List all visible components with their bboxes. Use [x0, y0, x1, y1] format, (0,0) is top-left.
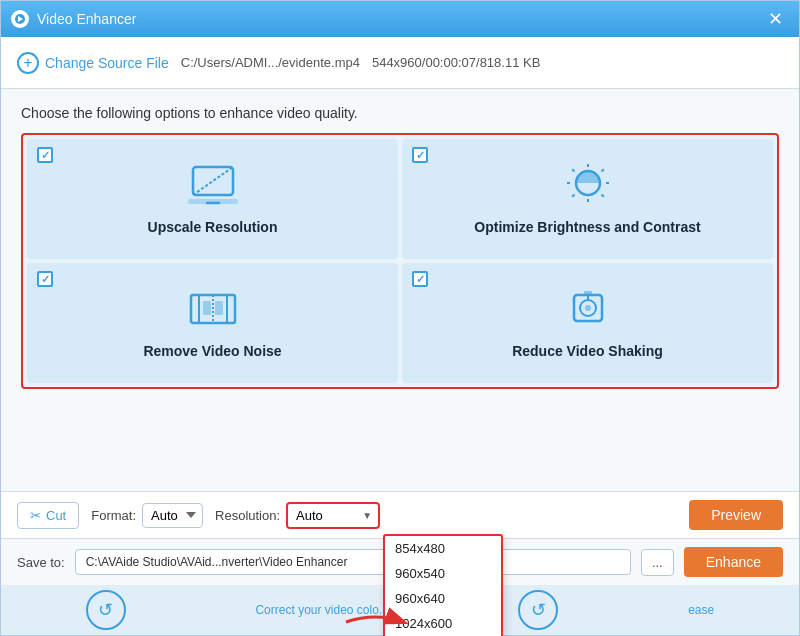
option-upscale: Upscale Resolution [27, 139, 398, 259]
source-bar: + Change Source File C:/Users/ADMI.../ev… [1, 37, 799, 89]
close-button[interactable]: ✕ [762, 6, 789, 32]
resolution-group: Resolution: Auto ▼ [215, 502, 380, 529]
upscale-checkbox[interactable] [37, 147, 53, 163]
dropdown-item-0[interactable]: 854x480 [385, 536, 501, 561]
app-icon [11, 10, 29, 28]
change-source-button[interactable]: + Change Source File [17, 52, 169, 74]
enhance-button[interactable]: Enhance [684, 547, 783, 577]
brightness-icon [562, 163, 614, 209]
content-area: Choose the following options to enhance … [1, 89, 799, 491]
cut-label: Cut [46, 508, 66, 523]
option-brightness: Optimize Brightness and Contrast [402, 139, 773, 259]
instruction-text: Choose the following options to enhance … [21, 105, 779, 121]
upscale-icon [187, 163, 239, 209]
option-noise: Remove Video Noise [27, 263, 398, 383]
plus-icon: + [17, 52, 39, 74]
option-shaking: Reduce Video Shaking [402, 263, 773, 383]
svg-line-12 [601, 195, 603, 197]
shaking-icon [562, 287, 614, 333]
noise-icon [187, 287, 239, 333]
resolution-select-wrapper: Auto ▼ [286, 502, 380, 529]
file-path: C:/Users/ADMI.../evidente.mp4 [181, 55, 360, 70]
resolution-label: Resolution: [215, 508, 280, 523]
format-label: Format: [91, 508, 136, 523]
window-title: Video Enhancer [37, 11, 754, 27]
svg-rect-24 [584, 291, 592, 295]
svg-rect-19 [215, 301, 223, 315]
brightness-checkbox[interactable] [412, 147, 428, 163]
noise-label: Remove Video Noise [143, 343, 281, 359]
format-group: Format: Auto [91, 503, 203, 528]
browse-button[interactable]: ... [641, 549, 674, 576]
svg-point-22 [585, 305, 591, 311]
cut-button[interactable]: ✂ Cut [17, 502, 79, 529]
file-metadata: 544x960/00:00:07/818.11 KB [372, 55, 540, 70]
shaking-checkbox[interactable] [412, 271, 428, 287]
svg-line-3 [193, 167, 233, 195]
preview-button[interactable]: Preview [689, 500, 783, 530]
brightness-label: Optimize Brightness and Contrast [474, 219, 700, 235]
shaking-label: Reduce Video Shaking [512, 343, 663, 359]
resolution-select[interactable]: Auto [288, 504, 378, 527]
arrow-indicator [341, 607, 411, 636]
upscale-label: Upscale Resolution [148, 219, 278, 235]
format-select[interactable]: Auto [142, 503, 203, 528]
svg-line-14 [572, 195, 574, 197]
svg-rect-18 [203, 301, 211, 315]
save-path-input[interactable] [75, 549, 631, 575]
save-to-label: Save to: [17, 555, 65, 570]
options-grid: Upscale Resolution [21, 133, 779, 389]
svg-line-13 [601, 169, 603, 171]
dropdown-item-1[interactable]: 960x540 [385, 561, 501, 586]
preview-circle-right: ↺ [518, 590, 558, 630]
noise-checkbox[interactable] [37, 271, 53, 287]
preview-text-right: ease [688, 603, 714, 617]
change-source-label: Change Source File [45, 55, 169, 71]
preview-circle-left: ↺ [86, 590, 126, 630]
scissors-icon: ✂ [30, 508, 41, 523]
toolbar: ✂ Cut Format: Auto Resolution: Auto ▼ Pr… [1, 491, 799, 538]
title-bar: Video Enhancer ✕ [1, 1, 799, 37]
svg-line-11 [572, 169, 574, 171]
video-enhancer-window: Video Enhancer ✕ + Change Source File C:… [0, 0, 800, 636]
